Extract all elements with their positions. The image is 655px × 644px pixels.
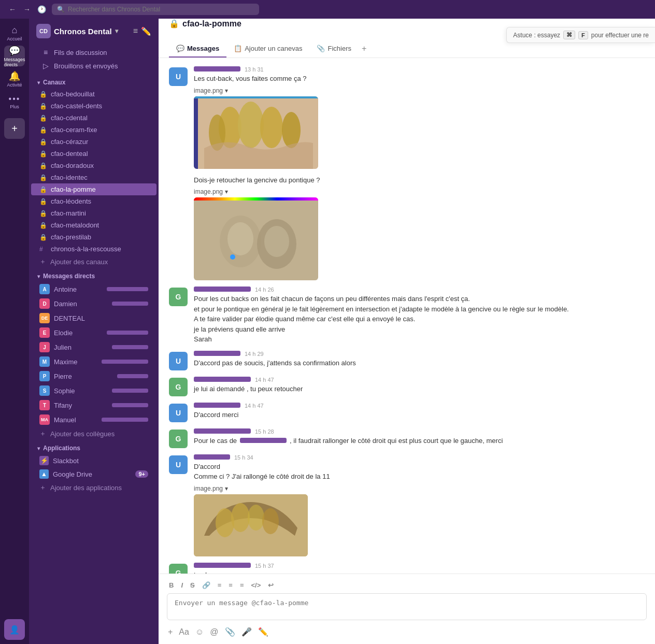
nav-plus[interactable]: ••• Plus — [4, 91, 25, 112]
dm-sophie[interactable]: S Sophie — [31, 383, 156, 398]
tool-undo[interactable]: ↩ — [266, 580, 276, 590]
apps-header[interactable]: ▾ Applications — [29, 440, 159, 454]
nav-accueil-label: Accueil — [7, 36, 22, 41]
compose-mention[interactable]: @ — [209, 626, 219, 638]
tab-canevas-icon: 📋 — [234, 45, 242, 52]
svg-point-16 — [216, 508, 234, 537]
channel-cfao-prestilab[interactable]: 🔒cfao-prestilab — [31, 231, 156, 243]
main-content: Astuce : essayez ⌘ F pour effectuer une … — [159, 0, 655, 644]
dm-denteal[interactable]: DE DENTEAL — [31, 311, 156, 325]
channel-cfao-denteal[interactable]: 🔒cfao-denteal — [31, 148, 156, 160]
avatar-msg1: U — [169, 67, 188, 86]
compose-input[interactable] — [167, 593, 647, 620]
fils-de-discussion[interactable]: ≡ Fils de discussion — [33, 46, 154, 59]
svg-point-14 — [264, 226, 289, 257]
workspace-header[interactable]: CD Chronos Dental ▾ ≡ ✏️ — [29, 19, 159, 44]
channel-cfao-bedouillat[interactable]: 🔒cfao-bedouillat — [31, 88, 156, 100]
compose-shortcut[interactable]: ✏️ — [257, 626, 269, 638]
compose-attach[interactable]: + — [167, 626, 174, 638]
content-msg1: 13 h 31 Les cut-back, vous faites comme … — [194, 66, 645, 169]
channel-cfao-martini[interactable]: 🔒cfao-martini — [31, 207, 156, 219]
tool-link[interactable]: 🔗 — [200, 580, 212, 590]
dm-manuel[interactable]: MA Manuel — [31, 412, 156, 427]
name-bar-msg6 — [194, 403, 240, 408]
tool-italic[interactable]: I — [179, 580, 185, 590]
name-bar-msg7 — [194, 428, 251, 434]
svg-rect-1 — [194, 96, 198, 169]
add-colleague[interactable]: ＋ Ajouter des collègues — [31, 427, 156, 440]
img-placeholder-msg1 — [194, 96, 318, 169]
compose-emoji[interactable]: ☺ — [194, 626, 205, 638]
svg-point-13 — [227, 222, 253, 255]
avatar-msg7: G — [169, 430, 188, 448]
add-channel[interactable]: ＋ Ajouter des canaux — [31, 255, 156, 268]
nav-add-workspace[interactable]: + — [4, 118, 25, 139]
search-bar[interactable]: 🔍 — [52, 4, 259, 15]
top-bar: ← → 🕐 🔍 — [0, 0, 655, 19]
channel-cfao-castel-dents[interactable]: 🔒cfao-castel-dents — [31, 100, 156, 112]
app-google-drive[interactable]: ▲ Google Drive 9+ — [31, 467, 156, 481]
slackbot-icon: ⚡ — [39, 456, 49, 465]
dm-pierre[interactable]: P Pierre — [31, 369, 156, 383]
brouillons-envoyes[interactable]: ▷ Brouillons et envoyés — [33, 59, 154, 73]
history-button[interactable]: 🕐 — [35, 3, 48, 16]
dm-name-manuel: Manuel — [54, 416, 76, 424]
channel-cfao-cdental[interactable]: 🔒cfao-cdental — [31, 112, 156, 124]
channel-cfao-ceram-fixe[interactable]: 🔒cfao-ceram-fixe — [31, 124, 156, 136]
channel-cfao-cerazur[interactable]: 🔒cfao-cérazur — [31, 136, 156, 148]
img-msg8: image.png ▾ — [194, 485, 645, 556]
channel-cfao-la-pomme[interactable]: 🔒cfao-la-pomme — [31, 183, 156, 195]
nav-messages-directs[interactable]: 💬 Messages directs — [4, 46, 25, 66]
forward-button[interactable]: → — [21, 3, 33, 16]
compose-audio[interactable]: 🎤 — [240, 626, 253, 638]
add-app[interactable]: ＋ Ajouter des applications — [31, 481, 156, 494]
nav-activite[interactable]: 🔔 Activité — [4, 68, 25, 89]
dm-maxime[interactable]: M Maxime — [31, 354, 156, 369]
apps-chevron: ▾ — [37, 446, 40, 451]
channel-cfao-doradoux[interactable]: 🔒cfao-doradoux — [31, 160, 156, 171]
compose-file[interactable]: 📎 — [224, 626, 236, 638]
compose-button[interactable]: ✏️ — [141, 26, 151, 36]
nav-accueil[interactable]: ⌂ Accueil — [4, 23, 25, 44]
channel-cfao-identec[interactable]: 🔒cfao-identec — [31, 171, 156, 183]
tool-list[interactable]: ≡ — [216, 580, 224, 590]
img-label-msg8: image.png ▾ — [194, 485, 645, 492]
tab-add[interactable]: + — [359, 40, 369, 58]
dm-elodie[interactable]: E Elodie — [31, 325, 156, 340]
back-button[interactable]: ← — [6, 3, 19, 16]
channel-chronos-rescousse[interactable]: #chronos-à-la-rescousse — [31, 243, 156, 255]
time-msg6: 14 h 47 — [245, 403, 264, 409]
tool-ordered-list[interactable]: ≡ — [226, 580, 235, 590]
tab-fichiers-icon: 📎 — [317, 45, 325, 52]
time-msg9: 15 h 37 — [255, 563, 274, 569]
tool-bold[interactable]: B — [167, 580, 176, 590]
nav-user-avatar[interactable]: 👤 — [4, 619, 25, 640]
tool-strikethrough[interactable]: S — [188, 580, 197, 590]
text-msg8a: D'accord — [194, 462, 645, 472]
name-bar-msg8 — [194, 454, 230, 460]
dm-antoine[interactable]: A Antoine — [31, 282, 156, 296]
dm-avatar-tifany: T — [39, 400, 50, 410]
text-msg3c: A te faire valider par élodie quand même… — [194, 314, 645, 324]
tool-code[interactable]: </> — [249, 580, 263, 590]
dm-header[interactable]: ▾ Messages directs — [29, 268, 159, 282]
dm-julien[interactable]: J Julien — [31, 340, 156, 354]
search-input[interactable] — [68, 6, 254, 13]
text-msg7-suffix: , il faudrait rallonger le côté droit qu… — [290, 436, 503, 446]
dm-tifany[interactable]: T Tifany — [31, 398, 156, 412]
img-placeholder-msg2 — [194, 197, 318, 280]
tab-messages[interactable]: 💬 Messages — [169, 40, 226, 58]
compose-text-format[interactable]: Aa — [178, 626, 190, 638]
text-msg5: je lui ai demandé , tu peux retoucher — [194, 384, 645, 394]
google-drive-icon: ▲ — [39, 469, 49, 479]
dm-damien[interactable]: D Damien — [31, 296, 156, 311]
channel-cfao-leodents[interactable]: 🔒cfao-léodents — [31, 195, 156, 207]
tab-canevas[interactable]: 📋 Ajouter un canevas — [226, 40, 309, 58]
filter-button[interactable]: ≡ — [133, 26, 138, 36]
tab-fichiers[interactable]: 📎 Fichiers — [309, 40, 359, 58]
dm-list: A Antoine D Damien DE DENTEAL E Elodie — [29, 282, 159, 427]
canaux-header[interactable]: ▾ Canaux — [29, 75, 159, 88]
app-slackbot[interactable]: ⚡ Slackbot — [31, 454, 156, 467]
channel-cfao-metalodont[interactable]: 🔒cfao-metalodont — [31, 219, 156, 231]
tool-indent[interactable]: ≡ — [238, 580, 246, 590]
